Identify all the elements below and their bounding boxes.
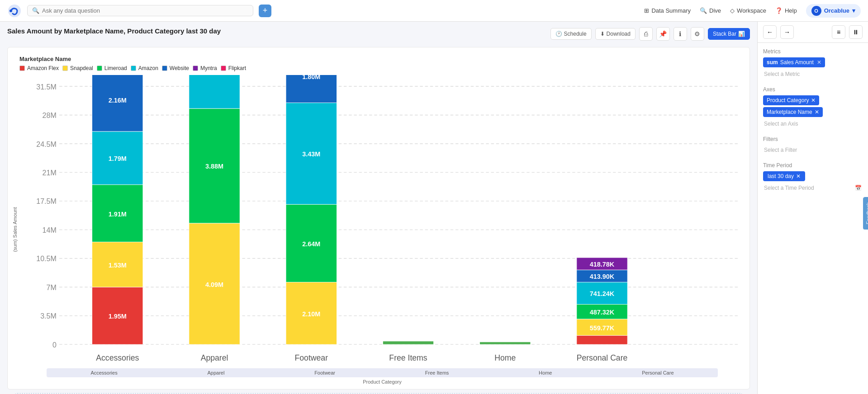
svg-text:741.24K: 741.24K — [590, 290, 615, 297]
select-filter-placeholder[interactable]: Select a Filter — [763, 145, 863, 155]
panel-filter-button[interactable]: ≡ — [832, 25, 845, 39]
select-metric-placeholder[interactable]: Select a Metric — [763, 69, 863, 79]
schedule-button[interactable]: 🕐 Schedule — [550, 28, 592, 40]
share-icon: ⎙ — [644, 30, 648, 38]
app-logo[interactable] — [7, 4, 22, 18]
settings-button[interactable]: ⚙ — [691, 27, 704, 41]
bar-chart-icon: 📊 — [738, 31, 745, 37]
search-bar[interactable]: 🔍 — [27, 5, 253, 16]
svg-text:14M: 14M — [43, 226, 57, 234]
nav-help[interactable]: ❓ Help — [775, 7, 797, 14]
svg-text:1.80M: 1.80M — [302, 75, 320, 80]
filters-section: Filters Select a Filter — [763, 136, 863, 155]
select-time-placeholder[interactable]: Select a Time Period 📅 — [763, 183, 863, 193]
metric-chip-prefix: sum — [767, 59, 778, 66]
download-button[interactable]: ⬇ Download — [595, 28, 636, 40]
axes-section: Axes Product Category ✕ Marketplace Name… — [763, 86, 863, 129]
panel-forward-button[interactable]: → — [780, 25, 794, 39]
clock-icon: 🕐 — [555, 31, 562, 37]
x-axis-label: Product Category — [19, 379, 745, 385]
calendar-icon[interactable]: 📅 — [855, 185, 862, 191]
legend-item: Limeroad — [97, 65, 127, 71]
svg-text:1.53M: 1.53M — [109, 262, 127, 269]
svg-point-1 — [9, 9, 12, 12]
svg-text:10.5M: 10.5M — [36, 254, 57, 263]
svg-text:31.5M: 31.5M — [36, 83, 57, 91]
svg-rect-66 — [577, 335, 627, 344]
panel-navigation: ← → ≡ ⏸ — [758, 22, 868, 43]
workspace-icon: ◇ — [730, 7, 735, 14]
axis-chip-label1: Product Category — [767, 97, 809, 103]
legend-item: Website — [162, 65, 189, 71]
x-label-personalcare[interactable]: Personal Care — [642, 370, 674, 375]
search-input[interactable] — [42, 7, 248, 14]
x-label-accessories[interactable]: Accessories — [90, 370, 117, 375]
grid-icon: ⊞ — [644, 7, 649, 14]
svg-text:2.10M: 2.10M — [302, 310, 320, 318]
title-row: Sales Amount by Marketplace Name, Produc… — [7, 27, 750, 44]
svg-text:559.77K: 559.77K — [590, 324, 615, 332]
svg-text:21M: 21M — [43, 169, 57, 177]
info-button[interactable]: ℹ — [674, 27, 687, 41]
svg-text:Free Items: Free Items — [389, 353, 427, 362]
select-axis-placeholder[interactable]: Select an Axis — [763, 119, 863, 129]
dive-icon: 🔍 — [700, 7, 707, 14]
svg-rect-64 — [383, 341, 433, 344]
time-chip-remove[interactable]: ✕ — [796, 173, 801, 179]
svg-text:2.16M: 2.16M — [109, 97, 127, 104]
x-label-freeitems[interactable]: Free Items — [425, 370, 449, 375]
x-label-apparel[interactable]: Apparel — [207, 370, 224, 375]
user-menu[interactable]: O Orcablue ▾ — [806, 4, 861, 18]
axis-chip2-remove[interactable]: ✕ — [815, 109, 819, 115]
y-axis-label: (sum) Sales Amount — [12, 75, 18, 385]
gear-icon: ⚙ — [694, 30, 700, 38]
metrics-chips: sum Sales Amount ✕ — [763, 57, 863, 69]
svg-text:413.90K: 413.90K — [590, 273, 615, 280]
panel-back-button[interactable]: ← — [763, 25, 777, 39]
share-button[interactable]: ⎙ — [639, 27, 653, 41]
pin-button[interactable]: 📌 — [656, 27, 670, 41]
svg-text:4.09M: 4.09M — [205, 281, 223, 288]
time-chip-label: last 30 day — [768, 173, 794, 179]
svg-rect-65 — [480, 342, 531, 344]
chevron-down-icon: ▾ — [852, 7, 855, 14]
axis-chip-marketplace-name[interactable]: Marketplace Name ✕ — [763, 107, 823, 117]
legend-item: Snapdeal — [62, 65, 93, 71]
legend-item: Amazon — [131, 65, 158, 71]
panel-pause-button[interactable]: ⏸ — [849, 25, 863, 39]
svg-text:24.5M: 24.5M — [36, 140, 57, 148]
axis-chip-product-category[interactable]: Product Category ✕ — [763, 95, 819, 105]
info-icon: ℹ — [679, 30, 681, 38]
chart-container: (sum) Sales Amount 03.5M7M10.5M14M17.5M2… — [12, 75, 745, 385]
axis-chip1-remove[interactable]: ✕ — [811, 97, 816, 103]
legend-title: Marketplace Name — [19, 56, 738, 62]
chart-type-button[interactable]: Stack Bar 📊 — [708, 28, 750, 40]
filters-label: Filters — [763, 136, 863, 142]
svg-text:2.64M: 2.64M — [302, 240, 320, 248]
metric-chip-remove[interactable]: ✕ — [817, 59, 821, 66]
chart-legend: Marketplace Name Amazon FlexSnapdealLime… — [12, 52, 745, 75]
svg-text:1.95M: 1.95M — [109, 313, 127, 320]
axis-chip-label2: Marketplace Name — [767, 109, 812, 115]
svg-text:3.88M: 3.88M — [205, 163, 223, 170]
nav-workspace[interactable]: ◇ Workspace — [730, 7, 766, 14]
download-icon: ⬇ — [600, 31, 605, 37]
pin-icon: 📌 — [659, 30, 667, 38]
x-label-footwear[interactable]: Footwear — [314, 370, 335, 375]
time-period-section: Time Period last 30 day ✕ Select a Time … — [763, 162, 863, 193]
legend-item: Amazon Flex — [19, 65, 59, 71]
x-label-home[interactable]: Home — [539, 370, 552, 375]
nav-data-summary[interactable]: ⊞ Data Summary — [644, 7, 691, 14]
svg-text:0: 0 — [52, 341, 57, 349]
feedback-tab[interactable]: Feedback — [863, 197, 868, 230]
legend-item: Flipkart — [221, 65, 246, 71]
svg-text:1.79M: 1.79M — [109, 155, 127, 162]
nav-dive[interactable]: 🔍 Dive — [700, 7, 721, 14]
add-button[interactable]: + — [259, 5, 271, 17]
metric-chip-sales[interactable]: sum Sales Amount ✕ — [763, 57, 825, 67]
svg-text:3.43M: 3.43M — [302, 150, 320, 158]
time-chip-30day[interactable]: last 30 day ✕ — [763, 171, 805, 181]
svg-text:28M: 28M — [43, 111, 57, 119]
user-avatar: O — [811, 6, 821, 16]
search-icon: 🔍 — [32, 7, 39, 14]
